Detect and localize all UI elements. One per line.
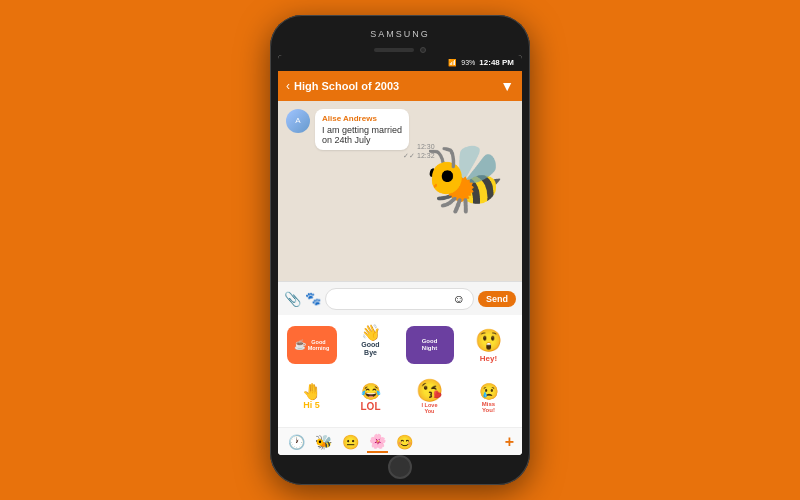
time-display: 12:48 PM bbox=[479, 58, 514, 67]
sticker-missyou[interactable]: 😢 MissYou! bbox=[461, 373, 516, 421]
sticker-panel: ☕ GoodMorning 👋 GoodBye GoodNight bbox=[278, 315, 522, 455]
message-row: Alise Andrews I am getting married on 24… bbox=[315, 109, 435, 150]
message-sender: Alise Andrews bbox=[322, 114, 402, 123]
bee-sticker: 🐝 bbox=[424, 146, 514, 236]
message-content: Alise Andrews I am getting married on 24… bbox=[315, 109, 435, 160]
message-bubble: Alise Andrews I am getting married on 24… bbox=[315, 109, 409, 150]
phone-camera-area bbox=[374, 47, 426, 53]
avatar: A bbox=[286, 109, 310, 133]
sticker-tab-flower[interactable]: 🌸 bbox=[367, 431, 388, 453]
chat-header: ‹ High School of 2003 ▼ bbox=[278, 71, 522, 101]
speaker-grille bbox=[374, 48, 414, 52]
phone-screen: 📶 93% 12:48 PM ‹ High School of 2003 ▼ A… bbox=[278, 55, 522, 455]
status-bar: 📶 93% 12:48 PM bbox=[278, 55, 522, 71]
phone-outer: SAMSUNG 📶 93% 12:48 PM ‹ High School of … bbox=[270, 15, 530, 485]
checkmark-icon: ✓✓ bbox=[403, 152, 415, 160]
chat-area: A Alise Andrews I am getting married on … bbox=[278, 101, 522, 281]
sticker-tab-clock[interactable]: 🕐 bbox=[286, 432, 307, 452]
front-camera bbox=[420, 47, 426, 53]
sticker-good-night[interactable]: GoodNight bbox=[402, 321, 457, 369]
sticker-icon[interactable]: 🐾 bbox=[305, 291, 321, 306]
message-status-row: ✓✓ 12:32 bbox=[315, 152, 435, 160]
home-button[interactable] bbox=[388, 455, 412, 479]
emoji-icon[interactable]: ☺ bbox=[453, 292, 465, 306]
phone-top-bar: SAMSUNG bbox=[278, 25, 522, 43]
dropdown-icon[interactable]: ▼ bbox=[500, 78, 514, 94]
text-input-field[interactable]: ☺ bbox=[325, 288, 474, 310]
sticker-tab-face[interactable]: 😐 bbox=[340, 432, 361, 452]
input-bar: 📎 🐾 ☺ Send bbox=[278, 281, 522, 315]
signal-icon: 📶 bbox=[448, 59, 457, 67]
battery-indicator: 93% bbox=[461, 59, 475, 66]
bee-emoji: 🐝 bbox=[424, 142, 505, 215]
sticker-tab-bee[interactable]: 🐝 bbox=[313, 432, 334, 452]
sticker-iloveyou[interactable]: 😘 I LoveYou bbox=[402, 373, 457, 421]
sticker-hi5[interactable]: 🤚 Hi 5 bbox=[284, 373, 339, 421]
sticker-goodbye[interactable]: 👋 GoodBye bbox=[343, 321, 398, 369]
chat-title: High School of 2003 bbox=[294, 80, 399, 92]
send-button[interactable]: Send bbox=[478, 291, 516, 307]
attach-icon[interactable]: 📎 bbox=[284, 291, 301, 307]
sticker-tab-smile[interactable]: 😊 bbox=[394, 432, 415, 452]
phone-bottom bbox=[388, 459, 412, 475]
message-text: I am getting married on 24th July bbox=[322, 125, 402, 145]
sticker-tabs: 🕐 🐝 😐 🌸 😊 + bbox=[278, 427, 522, 455]
back-button[interactable]: ‹ bbox=[286, 79, 290, 93]
chat-header-left: ‹ High School of 2003 bbox=[286, 79, 399, 93]
add-sticker-button[interactable]: + bbox=[505, 433, 514, 451]
sticker-good-morning[interactable]: ☕ GoodMorning bbox=[284, 321, 339, 369]
samsung-logo: SAMSUNG bbox=[370, 29, 430, 39]
sticker-grid: ☕ GoodMorning 👋 GoodBye GoodNight bbox=[278, 315, 522, 427]
sticker-lol[interactable]: 😂 LOL bbox=[343, 373, 398, 421]
sticker-hey[interactable]: 😲 Hey! bbox=[461, 321, 516, 369]
